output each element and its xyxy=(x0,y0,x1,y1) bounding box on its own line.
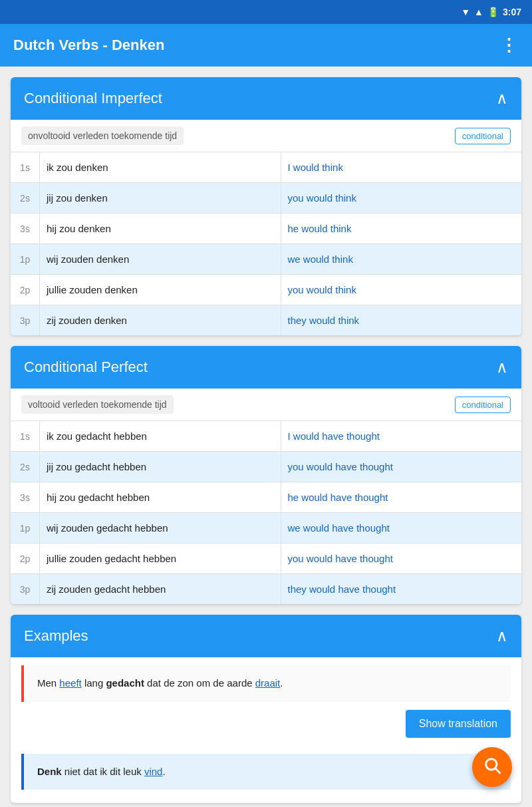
example-1-prefix: Men xyxy=(37,677,59,689)
battery-icon: 🔋 xyxy=(487,7,499,17)
conditional-imperfect-badge: conditional xyxy=(455,128,511,144)
table-row: 2p jullie zouden denken you would think xyxy=(11,275,521,305)
table-row: 3p zij zouden denken they would think xyxy=(11,305,521,335)
search-fab[interactable] xyxy=(472,747,512,787)
table-row: 1s ik zou gedacht hebben I would have th… xyxy=(11,421,521,452)
table-row: 1p wij zouden denken we would think xyxy=(11,244,521,275)
conditional-perfect-badge: conditional xyxy=(455,397,511,413)
dutch-text: ik zou gedacht hebben xyxy=(40,421,281,451)
conditional-perfect-card: Conditional Perfect ∧ voltooid verleden … xyxy=(11,346,521,604)
dutch-text: ik zou denken xyxy=(40,152,281,182)
examples-title: Examples xyxy=(24,627,88,645)
english-text: you would have thought xyxy=(281,544,522,573)
time-display: 3:07 xyxy=(503,7,521,17)
conditional-imperfect-title: Conditional Imperfect xyxy=(24,90,162,107)
show-translation-row: Show translation xyxy=(11,710,521,746)
table-row: 3p zij zouden gedacht hebben they would … xyxy=(11,574,521,604)
examples-card: Examples ∧ Men heeft lang gedacht dat de… xyxy=(11,615,521,803)
collapse-icon: ∧ xyxy=(496,627,508,645)
examples-header[interactable]: Examples ∧ xyxy=(11,615,521,657)
example-1-link-heeft[interactable]: heeft xyxy=(59,677,81,689)
dutch-text: zij zouden gedacht hebben xyxy=(40,574,281,604)
conditional-perfect-subtitle: voltooid verleden toekomende tijd xyxy=(21,395,174,414)
row-num: 3s xyxy=(11,482,40,512)
dutch-text: jullie zouden gedacht hebben xyxy=(40,544,281,573)
overflow-menu-button[interactable]: ⋮ xyxy=(500,35,519,56)
english-text: I would think xyxy=(281,152,522,182)
row-num: 3p xyxy=(11,574,40,604)
english-text: we would think xyxy=(281,244,522,274)
english-text: we would have thought xyxy=(281,513,522,543)
app-title: Dutch Verbs - Denken xyxy=(13,37,164,54)
conditional-perfect-subtitle-row: voltooid verleden toekomende tijd condit… xyxy=(11,389,521,421)
signal-icon: ▲ xyxy=(474,7,483,17)
dutch-text: hij zou gedacht hebben xyxy=(40,482,281,512)
conditional-imperfect-table: 1s ik zou denken I would think 2s jij zo… xyxy=(11,152,521,335)
example-2-link-vind[interactable]: vind xyxy=(144,766,163,777)
english-text: he would think xyxy=(281,214,522,243)
conditional-imperfect-card: Conditional Imperfect ∧ onvoltooid verle… xyxy=(11,77,521,335)
english-text: I would have thought xyxy=(281,421,522,451)
table-row: 3s hij zou gedacht hebben he would have … xyxy=(11,482,521,513)
status-bar: ▼ ▲ 🔋 3:07 xyxy=(0,0,532,24)
example-1-end: . xyxy=(280,677,283,689)
conditional-imperfect-header[interactable]: Conditional Imperfect ∧ xyxy=(11,77,521,120)
dutch-text: jij zou gedacht hebben xyxy=(40,452,281,482)
table-row: 1p wij zouden gedacht hebben we would ha… xyxy=(11,513,521,544)
english-text: they would think xyxy=(281,305,522,335)
english-text: they would have thought xyxy=(281,574,522,604)
example-2-bold: Denk xyxy=(37,766,62,777)
row-num: 2s xyxy=(11,452,40,482)
dutch-text: jij zou denken xyxy=(40,183,281,213)
table-row: 2p jullie zouden gedacht hebben you woul… xyxy=(11,544,521,574)
row-num: 1p xyxy=(11,513,40,543)
row-num: 1p xyxy=(11,244,40,274)
conditional-perfect-title: Conditional Perfect xyxy=(24,359,148,376)
show-translation-button[interactable]: Show translation xyxy=(406,710,511,738)
row-num: 3p xyxy=(11,305,40,335)
table-row: 3s hij zou denken he would think xyxy=(11,214,521,244)
wifi-icon: ▼ xyxy=(461,7,470,17)
example-item-1: Men heeft lang gedacht dat de zon om de … xyxy=(21,665,511,702)
dutch-text: zij zouden denken xyxy=(40,305,281,335)
row-num: 2s xyxy=(11,183,40,213)
example-1-suffix: dat de zon om de aarde xyxy=(144,677,255,689)
dutch-text: hij zou denken xyxy=(40,214,281,243)
row-num: 2p xyxy=(11,544,40,573)
main-content: Conditional Imperfect ∧ onvoltooid verle… xyxy=(0,67,532,807)
conditional-imperfect-subtitle: onvoltooid verleden toekomende tijd xyxy=(21,126,184,145)
example-1-bold: gedacht xyxy=(106,677,144,689)
example-2-end: . xyxy=(162,766,165,777)
conditional-perfect-table: 1s ik zou gedacht hebben I would have th… xyxy=(11,421,521,604)
english-text: you would think xyxy=(281,183,522,213)
dutch-text: jullie zouden denken xyxy=(40,275,281,305)
table-row: 1s ik zou denken I would think xyxy=(11,152,521,183)
search-icon xyxy=(483,756,501,779)
conditional-perfect-header[interactable]: Conditional Perfect ∧ xyxy=(11,346,521,389)
conditional-imperfect-subtitle-row: onvoltooid verleden toekomende tijd cond… xyxy=(11,120,521,152)
status-icons: ▼ ▲ 🔋 3:07 xyxy=(461,7,521,17)
example-item-2: Denk niet dat ik dit leuk vind. xyxy=(21,754,511,790)
app-bar: Dutch Verbs - Denken ⋮ xyxy=(0,24,532,67)
example-2-suffix: niet dat ik dit leuk xyxy=(62,766,144,777)
english-text: you would think xyxy=(281,275,522,305)
table-row: 2s jij zou gedacht hebben you would have… xyxy=(11,452,521,482)
example-1-mid: lang xyxy=(82,677,106,689)
dutch-text: wij zouden denken xyxy=(40,244,281,274)
svg-line-1 xyxy=(495,768,499,772)
row-num: 3s xyxy=(11,214,40,243)
example-1-link-draait[interactable]: draait xyxy=(255,677,281,689)
table-row: 2s jij zou denken you would think xyxy=(11,183,521,214)
dutch-text: wij zouden gedacht hebben xyxy=(40,513,281,543)
english-text: you would have thought xyxy=(281,452,522,482)
row-num: 2p xyxy=(11,275,40,305)
row-num: 1s xyxy=(11,152,40,182)
row-num: 1s xyxy=(11,421,40,451)
collapse-icon: ∧ xyxy=(496,89,508,108)
english-text: he would have thought xyxy=(281,482,522,512)
collapse-icon: ∧ xyxy=(496,358,508,377)
